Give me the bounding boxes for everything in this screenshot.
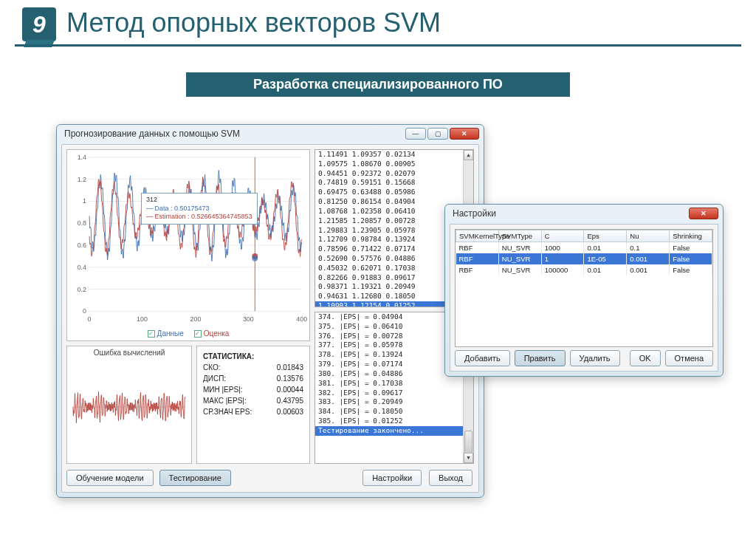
stats-row: МИН |EPS|:0.00044 bbox=[203, 384, 303, 395]
legend-data[interactable]: ✓ Данные bbox=[148, 329, 184, 338]
table-row[interactable]: RBFNU_SVR11E-050.001False bbox=[456, 253, 712, 264]
column-header[interactable]: SVMKernelType bbox=[456, 230, 499, 242]
train-model-button[interactable]: Обучение модели bbox=[66, 470, 154, 486]
main-window: Прогнозирование данных с помощью SVM — ▢… bbox=[56, 124, 484, 498]
list-item[interactable]: 383. |EPS| = 0.20949 bbox=[315, 397, 473, 407]
checkbox-icon: ✓ bbox=[194, 330, 202, 338]
svg-text:300: 300 bbox=[243, 315, 254, 323]
list-item[interactable]: 0.69475 0.63488 0.05986 bbox=[315, 188, 473, 197]
ok-button[interactable]: OK bbox=[630, 350, 661, 366]
left-button-group: Обучение модели Тестирование bbox=[66, 470, 231, 486]
main-chart[interactable]: 00.20.4 0.60.81 1.21.4 0100200 300400 3 bbox=[66, 149, 310, 341]
stats-row: СР.ЗНАЧ EPS:0.00603 bbox=[203, 406, 303, 417]
svg-text:0: 0 bbox=[83, 307, 86, 315]
chart-legend: ✓ Данные ✓ Оценка bbox=[67, 329, 309, 338]
dialog-right-buttons: OK Отмена bbox=[630, 350, 713, 366]
maximize-button[interactable]: ▢ bbox=[427, 128, 448, 140]
table-row[interactable]: RBFNU_SVR10000.010.1False bbox=[456, 242, 712, 254]
slide-number-badge: 9 bbox=[22, 7, 56, 41]
main-window-title: Прогнозирование данных с помощью SVM bbox=[64, 129, 240, 139]
section-banner: Разработка специализированного ПО bbox=[186, 72, 570, 97]
delete-button[interactable]: Удалить bbox=[570, 350, 620, 366]
main-chart-svg: 00.20.4 0.60.81 1.21.4 0100200 300400 bbox=[67, 150, 309, 340]
slide-divider bbox=[15, 44, 741, 47]
svg-text:0: 0 bbox=[88, 315, 92, 323]
legend-estimation[interactable]: ✓ Оценка bbox=[194, 329, 230, 338]
scroll-up-icon[interactable]: ▲ bbox=[464, 150, 473, 160]
edit-button[interactable]: Править bbox=[515, 350, 566, 366]
error-chart-svg bbox=[67, 359, 191, 455]
settings-dialog: Настройки ✕ SVMKernelTypeSVMTypeCEpsNuSh… bbox=[444, 204, 724, 377]
list-item[interactable]: 0.94451 0.92372 0.02079 bbox=[315, 169, 473, 179]
stats-heading: СТАТИСТИКА: bbox=[203, 351, 303, 362]
svg-text:0.2: 0.2 bbox=[78, 286, 86, 293]
stats-row: МАКС |EPS|:0.43795 bbox=[203, 395, 303, 406]
tooltip-index: 312 bbox=[146, 196, 252, 205]
window-controls: ✕ bbox=[689, 208, 718, 219]
checkbox-icon: ✓ bbox=[148, 330, 155, 338]
scroll-thumb[interactable] bbox=[464, 431, 472, 454]
slide-header: 9 Метод опорных векторов SVM bbox=[15, 7, 741, 52]
column-header[interactable]: Shrinking bbox=[670, 230, 712, 242]
svg-text:0.6: 0.6 bbox=[78, 242, 86, 249]
test-button[interactable]: Тестирование bbox=[159, 470, 231, 486]
column-header[interactable]: Nu bbox=[627, 230, 670, 242]
svg-text:0.4: 0.4 bbox=[78, 264, 86, 271]
close-button[interactable]: ✕ bbox=[689, 208, 718, 219]
main-titlebar[interactable]: Прогнозирование данных с помощью SVM — ▢… bbox=[57, 125, 484, 143]
svg-text:1.4: 1.4 bbox=[78, 154, 86, 161]
minimize-button[interactable]: — bbox=[405, 128, 426, 140]
slide-title: Метод опорных векторов SVM bbox=[66, 7, 441, 38]
main-window-body: 00.20.4 0.60.81 1.21.4 0100200 300400 3 bbox=[61, 144, 479, 493]
cancel-button[interactable]: Отмена bbox=[665, 350, 713, 366]
dialog-titlebar[interactable]: Настройки ✕ bbox=[445, 205, 723, 222]
exit-button[interactable]: Выход bbox=[429, 470, 472, 486]
list-item[interactable]: 1.11491 1.09357 0.02134 bbox=[315, 150, 473, 160]
tooltip-estimation: — Estimation : 0.526645364745853 bbox=[146, 213, 252, 222]
list-item[interactable]: 381. |EPS| = 0.17038 bbox=[315, 379, 473, 388]
list-item[interactable]: 382. |EPS| = 0.09617 bbox=[315, 388, 473, 398]
settings-button[interactable]: Настройки bbox=[362, 470, 422, 486]
stats-row: СКО:0.01843 bbox=[203, 362, 303, 373]
column-header[interactable]: SVMType bbox=[498, 230, 541, 242]
list-item[interactable]: 1.09575 1.08670 0.00905 bbox=[315, 160, 473, 169]
list-item[interactable]: 385. |EPS| = 0.01252 bbox=[315, 417, 473, 426]
close-button[interactable]: ✕ bbox=[450, 128, 479, 140]
svg-text:0.8: 0.8 bbox=[78, 219, 86, 227]
error-chart-panel: Ошибка вычислений bbox=[66, 346, 192, 464]
chart-tooltip: 312 — Data : 0.50175473 — Estimation : 0… bbox=[141, 193, 258, 225]
window-controls: — ▢ ✕ bbox=[405, 128, 479, 140]
settings-grid[interactable]: SVMKernelTypeSVMTypeCEpsNuShrinking RBFN… bbox=[455, 229, 713, 347]
column-header[interactable]: Eps bbox=[584, 230, 627, 242]
list-item[interactable]: 384. |EPS| = 0.18050 bbox=[315, 407, 473, 417]
tooltip-data: — Data : 0.50175473 bbox=[146, 205, 252, 213]
svg-point-23 bbox=[252, 256, 258, 261]
add-button[interactable]: Добавить bbox=[455, 350, 510, 366]
dialog-body: SVMKernelTypeSVMTypeCEpsNuShrinking RBFN… bbox=[450, 224, 718, 372]
stats-panel: СТАТИСТИКА: СКО:0.01843ДИСП:0.13576МИН |… bbox=[196, 346, 310, 464]
column-header[interactable]: C bbox=[541, 230, 584, 242]
right-button-group: Настройки Выход bbox=[362, 470, 472, 486]
svg-text:1: 1 bbox=[83, 197, 86, 205]
table-row[interactable]: RBFNU_SVR1000000.010.001False bbox=[456, 264, 712, 275]
error-chart-title: Ошибка вычислений bbox=[67, 346, 191, 359]
svg-text:1.2: 1.2 bbox=[78, 176, 86, 183]
dialog-title: Настройки bbox=[453, 208, 496, 219]
stats-row: ДИСП:0.13576 bbox=[203, 373, 303, 384]
list-item[interactable]: 0.74819 0.59151 0.15668 bbox=[315, 178, 473, 188]
svg-text:400: 400 bbox=[296, 315, 307, 323]
scroll-down-icon[interactable]: ▼ bbox=[464, 453, 473, 463]
list-item[interactable]: Тестирование закончено... bbox=[315, 426, 473, 436]
dialog-left-buttons: Добавить Править Удалить bbox=[455, 350, 620, 366]
svg-text:200: 200 bbox=[190, 315, 201, 323]
svg-text:100: 100 bbox=[137, 315, 148, 323]
